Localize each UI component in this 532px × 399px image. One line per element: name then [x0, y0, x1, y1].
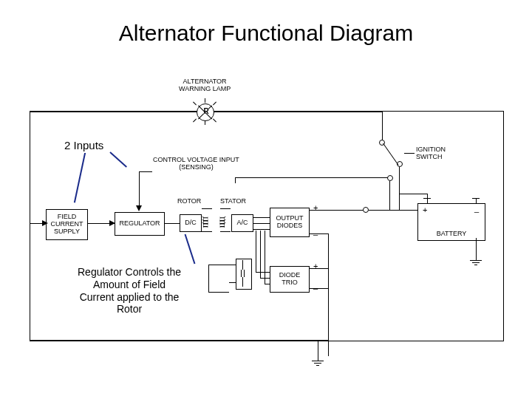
stator-coil-icon: ꙡꙡꙡ	[215, 216, 228, 225]
plus-sign: +	[313, 262, 318, 270]
minus-sign: _	[313, 227, 318, 236]
ac-box: A/C	[231, 214, 253, 232]
text: Regulator Controls the	[78, 266, 181, 278]
plus-sign: +	[313, 203, 318, 212]
plus-sign: +	[423, 205, 427, 214]
ignition-switch-label: IGNITION SWITCH	[416, 146, 446, 161]
output-diodes-box: OUTPUT DIODES	[270, 208, 310, 237]
rotor-label: ROTOR	[177, 198, 201, 205]
wire	[30, 112, 197, 112]
diode-trio-box: DIODE TRIO	[270, 266, 310, 293]
text: A/C	[236, 219, 248, 227]
rotor-coil-icon: ꙡꙡꙡ	[200, 216, 213, 225]
minus-sign: _	[474, 204, 479, 213]
text: DIODES	[277, 222, 303, 230]
stator-label: STATOR	[220, 198, 246, 205]
warning-lamp-icon: R	[197, 103, 214, 121]
inputs-annotation: 2 Inputs	[63, 137, 105, 153]
arrowhead-icon	[136, 205, 142, 211]
lamp-letter: R	[203, 107, 209, 115]
warning-lamp-label: ALTERNATOR WARNING LAMP	[179, 78, 231, 93]
text: WARNING LAMP	[179, 85, 231, 92]
text: IGNITION	[416, 146, 446, 153]
text: CONTROL VOLTAGE INPUT	[153, 156, 239, 163]
page-title: Alternator Functional Diagram	[0, 21, 532, 46]
node-icon	[363, 207, 369, 213]
regulator-box: REGULATOR	[115, 212, 165, 236]
dc-box: D/C	[180, 214, 202, 232]
text: REGULATOR	[119, 220, 160, 228]
node-icon	[387, 175, 393, 181]
wire	[382, 112, 383, 143]
field-current-supply-box: FIELD CURRENT SUPPLY	[46, 209, 88, 240]
text: D/C	[185, 219, 197, 227]
arrowhead-icon	[109, 220, 115, 226]
text: SUPPLY	[54, 228, 80, 236]
text: ALTERNATOR	[183, 78, 227, 85]
text: Rotor	[117, 303, 142, 315]
control-voltage-label: CONTROL VOLTAGE INPUT (SENSING)	[153, 157, 239, 171]
regulator-annotation: Regulator Controls the Amount of Field C…	[76, 265, 183, 317]
text: BATTERY	[437, 231, 467, 238]
wire	[214, 112, 382, 112]
text: Current applied to the	[80, 291, 180, 303]
arrowhead-icon	[42, 220, 48, 226]
text: Amount of Field	[93, 279, 166, 290]
text: SWITCH	[416, 153, 443, 160]
text: TRIO	[282, 279, 298, 287]
text: (SENSING)	[179, 163, 214, 171]
